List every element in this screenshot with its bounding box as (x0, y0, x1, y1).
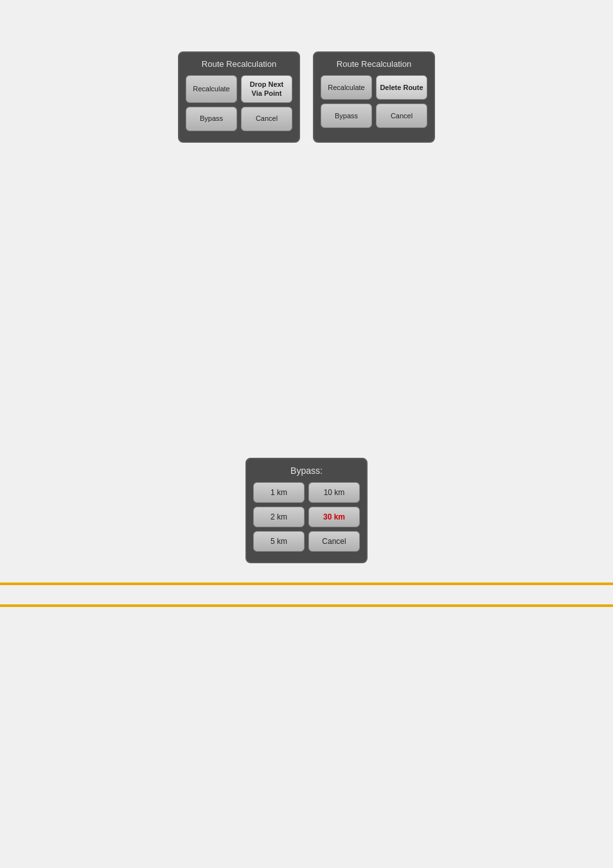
recalculate-button-1[interactable]: Recalculate (186, 75, 237, 103)
page-content: Route Recalculation Recalculate Drop Nex… (0, 0, 613, 868)
bypass-title: Bypass: (253, 466, 360, 476)
bypass-1km-button[interactable]: 1 km (253, 482, 305, 503)
bypass-panel: Bypass: 1 km 10 km 2 km 30 km (245, 458, 368, 563)
bypass-30km-button[interactable]: 30 km (308, 507, 360, 527)
panel2-row2: Bypass Cancel (321, 104, 427, 128)
bypass-button-2[interactable]: Bypass (321, 104, 372, 128)
bottom-section: Bypass: 1 km 10 km 2 km 30 km (0, 458, 613, 576)
panel1-title: Route Recalculation (186, 59, 292, 69)
yellow-divider-2 (0, 604, 613, 607)
panel2-row1: Recalculate Delete Route (321, 75, 427, 100)
bypass-row3: 5 km Cancel (253, 531, 360, 552)
route-recalculation-panel-1: Route Recalculation Recalculate Drop Nex… (178, 51, 300, 143)
bypass-row2: 2 km 30 km (253, 507, 360, 527)
yellow-divider-1 (0, 583, 613, 585)
bypass-5km-button[interactable]: 5 km (253, 531, 305, 552)
cancel-button-2[interactable]: Cancel (376, 104, 427, 128)
panel1-row1: Recalculate Drop Next Via Point (186, 75, 292, 103)
bypass-row1: 1 km 10 km (253, 482, 360, 503)
top-section: Route Recalculation Recalculate Drop Nex… (0, 0, 613, 168)
bypass-2km-button[interactable]: 2 km (253, 507, 305, 527)
bypass-10km-button[interactable]: 10 km (308, 482, 360, 503)
recalculate-button-2[interactable]: Recalculate (321, 75, 372, 100)
delete-route-button[interactable]: Delete Route (376, 75, 427, 100)
drop-next-via-point-button[interactable]: Drop Next Via Point (241, 75, 292, 103)
panel2-title: Route Recalculation (321, 59, 427, 69)
middle-spacer (0, 168, 613, 458)
route-recalculation-panel-2: Route Recalculation Recalculate Delete R… (313, 51, 435, 143)
cancel-button-1[interactable]: Cancel (241, 107, 292, 131)
bypass-cancel-button[interactable]: Cancel (308, 531, 360, 552)
bypass-button-1[interactable]: Bypass (186, 107, 237, 131)
panel1-row2: Bypass Cancel (186, 107, 292, 131)
